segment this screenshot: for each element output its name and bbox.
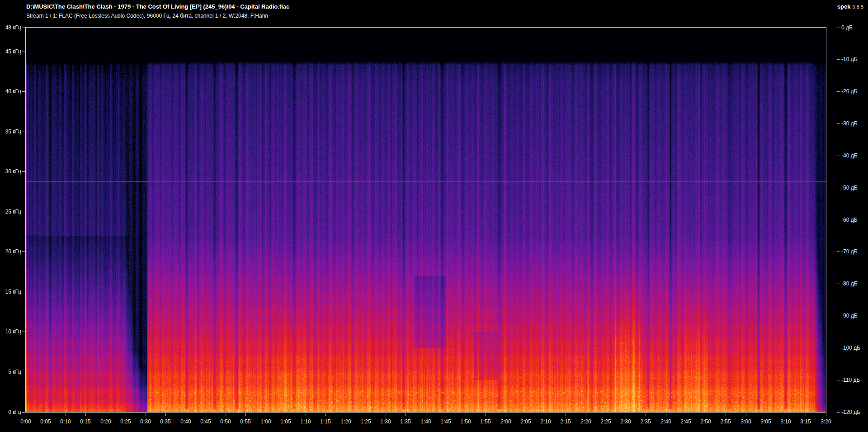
time-tick-label: 0:40 <box>180 418 191 425</box>
db-tick-label: -60 дБ <box>841 217 858 223</box>
time-tick <box>786 413 786 416</box>
db-tick-label: -40 дБ <box>841 152 858 159</box>
time-tick-label: 2:55 <box>720 418 731 425</box>
freq-tick-label: 10 кГц <box>0 328 21 335</box>
time-tick-label: 1:15 <box>320 418 330 425</box>
time-tick <box>346 413 346 416</box>
time-tick-label: 2:05 <box>520 418 531 425</box>
freq-tick <box>22 212 25 212</box>
window-title: D:\MUSIC\The Clash\The Clash - 1979 - Th… <box>26 3 289 10</box>
time-tick-label: 0:30 <box>140 418 151 425</box>
db-tick <box>837 412 840 413</box>
freq-tick <box>22 372 25 372</box>
time-tick <box>666 413 666 416</box>
time-tick <box>206 413 206 416</box>
time-tick-label: 0:35 <box>160 418 170 425</box>
app-brand: spek0.8.5 <box>837 3 863 10</box>
time-tick-label: 2:40 <box>660 418 671 425</box>
db-tick <box>837 123 840 124</box>
freq-tick-label: 30 кГц <box>0 168 21 175</box>
freq-tick <box>22 292 25 292</box>
time-tick <box>426 413 426 416</box>
freq-tick <box>22 52 25 52</box>
freq-tick <box>22 28 25 28</box>
time-tick-label: 1:35 <box>400 418 410 425</box>
db-tick-label: -100 дБ <box>841 345 860 351</box>
spek-window: D:\MUSIC\The Clash\The Clash - 1979 - Th… <box>0 0 868 432</box>
db-tick-label: -30 дБ <box>841 120 858 127</box>
time-tick <box>626 413 626 416</box>
time-tick <box>766 413 766 416</box>
freq-tick-label: 35 кГц <box>0 128 21 135</box>
time-tick <box>226 413 226 416</box>
freq-tick-label: 5 кГц <box>0 369 21 375</box>
db-tick <box>837 59 840 60</box>
db-tick-label: 0 дБ <box>841 24 853 31</box>
db-tick-label: -10 дБ <box>841 56 858 62</box>
time-tick <box>546 413 546 416</box>
time-tick <box>526 413 526 416</box>
time-tick-label: 1:00 <box>260 418 271 425</box>
spectrogram-canvas <box>26 28 826 412</box>
time-tick-label: 3:05 <box>760 418 771 425</box>
time-tick-label: 3:00 <box>741 418 751 425</box>
db-tick-label: -120 дБ <box>841 409 860 415</box>
time-tick <box>386 413 386 416</box>
time-tick-label: 1:20 <box>340 418 351 425</box>
time-tick <box>306 413 306 416</box>
time-tick-label: 1:45 <box>440 418 451 425</box>
freq-tick-label: 15 кГц <box>0 289 21 295</box>
time-tick <box>826 413 826 416</box>
time-tick <box>106 413 106 416</box>
time-tick-label: 1:50 <box>460 418 471 425</box>
time-tick-label: 2:15 <box>560 418 571 425</box>
db-tick <box>837 380 840 380</box>
time-tick <box>606 413 606 416</box>
time-tick <box>266 413 266 416</box>
time-tick-label: 1:55 <box>480 418 491 425</box>
time-tick <box>506 413 506 416</box>
time-tick-label: 2:30 <box>620 418 631 425</box>
time-tick-label: 0:45 <box>200 418 211 425</box>
db-tick-label: -80 дБ <box>841 280 858 287</box>
db-tick <box>837 156 840 156</box>
time-tick <box>486 413 486 416</box>
time-tick <box>446 413 446 416</box>
freq-tick <box>22 171 25 172</box>
time-tick-label: 1:40 <box>420 418 431 425</box>
time-tick <box>706 413 706 416</box>
freq-tick-label: 25 кГц <box>0 209 21 215</box>
time-tick <box>806 413 806 416</box>
time-tick <box>326 413 326 416</box>
time-tick-label: 0:05 <box>40 418 51 425</box>
db-tick <box>837 316 840 316</box>
time-tick <box>165 413 166 416</box>
db-tick <box>837 220 840 220</box>
time-tick-label: 0:15 <box>80 418 90 425</box>
time-tick-label: 0:25 <box>120 418 131 425</box>
time-tick <box>746 413 746 416</box>
db-tick <box>837 284 840 284</box>
time-tick-label: 2:50 <box>700 418 711 425</box>
time-tick <box>686 413 686 416</box>
time-tick <box>286 413 286 416</box>
db-tick <box>837 91 840 92</box>
time-tick <box>85 413 86 416</box>
db-tick <box>837 188 840 188</box>
time-tick <box>186 413 186 416</box>
time-tick-label: 3:10 <box>780 418 791 425</box>
freq-tick <box>22 132 25 132</box>
time-tick <box>245 413 246 416</box>
time-tick-label: 1:10 <box>300 418 311 425</box>
db-tick-label: -20 дБ <box>841 88 858 95</box>
db-tick-label: -70 дБ <box>841 248 858 255</box>
time-tick <box>466 413 466 416</box>
time-tick <box>406 413 406 416</box>
time-tick <box>26 413 26 416</box>
freq-tick <box>22 252 25 252</box>
time-tick <box>646 413 646 416</box>
time-tick <box>586 413 586 416</box>
time-tick <box>366 413 366 416</box>
time-tick-label: 2:45 <box>680 418 691 425</box>
time-tick <box>726 413 726 416</box>
